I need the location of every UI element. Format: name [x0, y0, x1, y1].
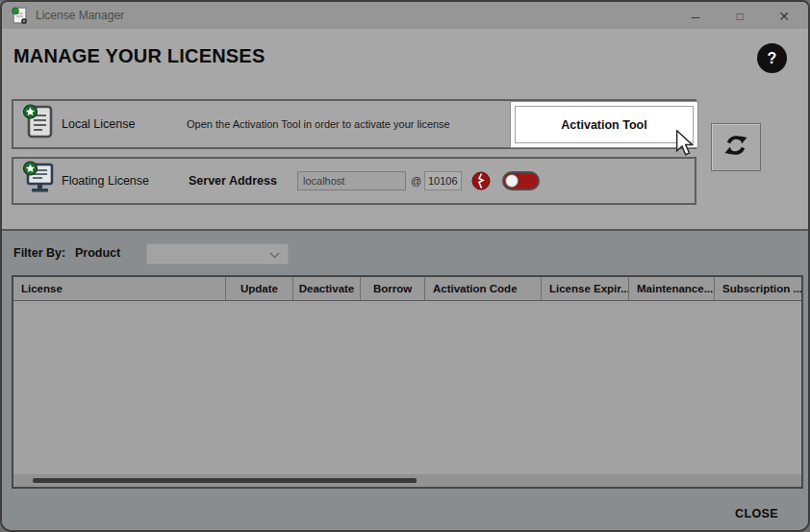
help-button[interactable]: ? [757, 43, 787, 73]
server-address-input[interactable] [297, 171, 406, 190]
disconnected-icon [471, 171, 491, 190]
license-manager-window: License Manager – □ ✕ MANAGE YOUR LICENS… [0, 0, 810, 532]
filter-product-label: Product [75, 246, 120, 260]
column-header-update[interactable]: Update [226, 277, 293, 300]
column-header-license-expiration[interactable]: License Expir... [542, 277, 629, 300]
minimize-button[interactable]: – [673, 2, 718, 30]
app-license-icon [10, 6, 29, 25]
column-header-maintenance[interactable]: Maintenance... [629, 277, 715, 300]
close-button[interactable]: CLOSE [735, 507, 778, 520]
upper-section: MANAGE YOUR LICENSES ? Local License Ope… [2, 30, 808, 230]
column-header-activation-code[interactable]: Activation Code [425, 277, 542, 300]
server-address-label: Server Address [189, 174, 277, 188]
titlebar: License Manager – □ ✕ [2, 2, 808, 30]
minimize-icon: – [692, 8, 699, 24]
window-title: License Manager [36, 9, 124, 22]
column-header-subscription[interactable]: Subscription ... [715, 277, 801, 300]
maximize-button[interactable]: □ [718, 2, 762, 30]
local-license-label: Local License [62, 117, 135, 131]
local-license-row: Local License Open the Activation Tool i… [12, 99, 696, 149]
question-mark-icon: ? [768, 50, 777, 67]
toggle-knob [505, 174, 519, 188]
column-header-deactivate[interactable]: Deactivate [293, 277, 361, 300]
column-header-borrow[interactable]: Borrow [361, 277, 425, 300]
window-controls: – □ ✕ [673, 2, 806, 30]
lower-section: Filter By: Product License Update Deacti… [2, 231, 808, 530]
local-license-certificate-icon [21, 103, 56, 145]
license-table: License Update Deactivate Borrow Activat… [12, 275, 803, 489]
chevron-down-icon [269, 245, 280, 263]
product-filter-dropdown[interactable] [146, 243, 289, 265]
horizontal-scrollbar-thumb[interactable] [33, 478, 417, 483]
page-title: MANAGE YOUR LICENSES [13, 45, 265, 67]
close-window-button[interactable]: ✕ [762, 2, 806, 30]
horizontal-scrollbar[interactable] [13, 474, 801, 487]
license-table-header: License Update Deactivate Borrow Activat… [13, 277, 801, 301]
floating-license-toggle[interactable] [502, 171, 540, 190]
floating-license-server-icon [21, 160, 56, 202]
maximize-icon: □ [736, 10, 743, 23]
refresh-button[interactable] [711, 123, 761, 171]
local-license-description: Open the Activation Tool in order to act… [187, 118, 450, 130]
server-port-input[interactable] [424, 171, 462, 190]
floating-license-label: Floating License [62, 174, 149, 188]
at-symbol: @ [411, 175, 421, 187]
filter-by-label: Filter By: [13, 246, 65, 260]
license-table-body [13, 301, 801, 474]
refresh-icon [721, 131, 750, 164]
column-header-license[interactable]: License [13, 277, 226, 300]
floating-license-row: Floating License Server Address @ [12, 157, 696, 205]
close-icon: ✕ [778, 9, 790, 24]
activation-tool-button[interactable]: Activation Tool [515, 106, 694, 143]
